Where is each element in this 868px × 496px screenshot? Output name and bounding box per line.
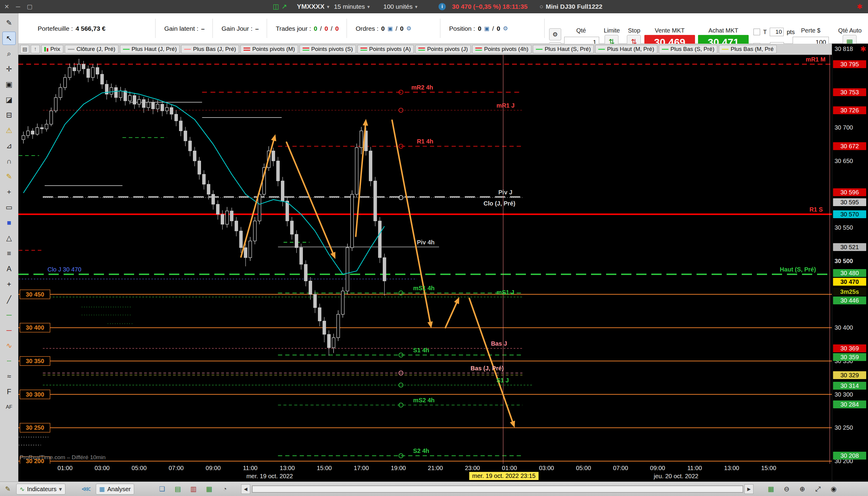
time-axis-label: 05:00 — [132, 465, 147, 471]
svg-text:30 350: 30 350 — [26, 358, 44, 364]
legend-item[interactable]: Plus Haut (S, Pré) — [533, 45, 594, 53]
annotation-arrows[interactable] — [241, 119, 515, 428]
svg-text:mS2 4h: mS2 4h — [413, 397, 435, 403]
trash-tool[interactable]: ⊟ — [2, 108, 16, 122]
alarm-tool[interactable]: ⚠ — [2, 124, 16, 137]
timeframe-selector[interactable]: 15 minutes ▾ — [334, 0, 370, 13]
arrow-left-icon: ◀ — [244, 486, 247, 492]
price-axis-label: 30 818 — [835, 45, 867, 53]
legend-item[interactable]: Points pivots (M) — [241, 45, 298, 53]
units-selector[interactable]: 100 unités ▾ — [383, 0, 417, 13]
price-axis-box: 30 314 — [833, 382, 866, 390]
arrow-up-icon[interactable]: ↑ — [31, 45, 40, 53]
plus-tool[interactable]: + — [2, 278, 16, 291]
duplicate-tool[interactable]: ▣ — [2, 78, 16, 91]
eraser-tool[interactable]: ◪ — [2, 93, 16, 106]
hline-red-tool[interactable]: ─ — [2, 324, 16, 337]
maximize-window-icon[interactable]: ▢ — [27, 3, 33, 10]
unrealized-gain-group: Gain latent : – — [164, 13, 205, 44]
close-window-icon[interactable]: ✕ — [4, 3, 9, 10]
levels-tool[interactable]: ≡ — [2, 247, 16, 260]
order-settings-button[interactable]: ⚙ — [549, 28, 561, 41]
target-checkbox[interactable] — [754, 29, 760, 35]
move-tool[interactable]: ✛ — [2, 62, 16, 76]
zoom-in-icon[interactable]: ⊕ — [797, 484, 808, 495]
fib-tool[interactable]: F — [2, 385, 16, 398]
legend-item[interactable]: Plus Haut (M, Pré) — [595, 45, 657, 53]
orders-panel-icon[interactable]: ▣ — [388, 25, 393, 32]
chat-icon[interactable]: ❏ — [157, 484, 168, 495]
zigzag-tool[interactable]: ∿ — [2, 339, 16, 352]
crosshair-tool[interactable]: + — [2, 185, 16, 199]
columns-icon[interactable]: ▥ — [188, 484, 199, 495]
svg-text:mR1 M: mR1 M — [806, 56, 825, 63]
price-axis-box: 30 570 — [833, 210, 866, 218]
square-tool[interactable]: ■ — [2, 216, 16, 229]
legend-item[interactable]: Points pivots (4h) — [472, 45, 531, 53]
prorealtime-logo-icon[interactable]: ✱ — [857, 3, 863, 11]
price-axis-label: 30 550 — [835, 223, 867, 231]
rectangle-tool[interactable]: ▭ — [2, 201, 16, 214]
dotted-line-tool[interactable]: ┄ — [2, 354, 16, 368]
svg-text:mR2 4h: mR2 4h — [412, 84, 433, 91]
legend-item[interactable]: Clôture (J, Pré) — [65, 45, 119, 53]
pencil-tool[interactable]: ✎ — [2, 16, 16, 30]
svg-text:ProRealTime.com – Différé 10mi: ProRealTime.com – Différé 10min — [20, 454, 106, 461]
panels-icon[interactable]: ▤ — [20, 45, 29, 53]
scroll-left-button[interactable]: ◀ — [241, 484, 250, 494]
scrollbar-thumb[interactable] — [252, 486, 743, 492]
info-icon[interactable]: i — [438, 3, 446, 10]
slash: / — [320, 25, 322, 32]
price-axis[interactable]: ✱ 30 81830 70030 65030 55030 50030 40030… — [832, 44, 868, 482]
cursor-tool[interactable]: ↖ — [2, 32, 16, 45]
chart-canvas[interactable]: mR1 MmR2 4hmR1 JR1 4hPiv JClo (J, Pré)R1… — [18, 55, 832, 464]
sessions-icon[interactable]: ▦ — [765, 484, 776, 495]
legend-item[interactable]: Prix — [41, 45, 63, 53]
autofib-tool[interactable]: AF — [2, 401, 16, 414]
chart-icon[interactable]: ▤ — [172, 484, 183, 495]
trendline-tool[interactable]: ╱ — [2, 293, 16, 306]
zoom-tool[interactable]: ⌕ — [2, 47, 16, 60]
fullscreen-icon[interactable]: ⤢ — [812, 484, 823, 495]
legend-item[interactable]: Plus Bas (M, Pré — [719, 45, 777, 53]
legend-item[interactable]: Plus Bas (S, Pré) — [659, 45, 718, 53]
chart-scrollbar[interactable] — [252, 485, 743, 493]
last-quote: 30 470 (−0,35 %) 18:11:35 — [452, 0, 527, 13]
chart-area[interactable]: mR1 MmR2 4hmR1 JR1 4hPiv JClo (J, Pré)R1… — [18, 55, 832, 464]
legend-item[interactable]: Points pivots (J) — [415, 45, 471, 53]
svg-text:mS1 J: mS1 J — [496, 289, 514, 296]
zoom-out-icon[interactable]: ⊖ — [781, 484, 792, 495]
legend-item[interactable]: Points pivots (S) — [299, 45, 356, 53]
indicateurs-button[interactable]: ∿ Indicateurs ▾ — [16, 484, 65, 495]
position-gear-icon[interactable]: ⚙ — [503, 25, 508, 32]
position-panel-icon[interactable]: ▣ — [484, 25, 490, 32]
line-color-icon — [68, 48, 75, 50]
price-axis-label: 30 500 — [835, 257, 867, 265]
legend-item-label: Points pivots (4h) — [484, 46, 528, 52]
orders-gear-icon[interactable]: ⚙ — [406, 25, 412, 32]
divider — [440, 19, 440, 38]
analyser-button[interactable]: ▦ Analyser — [96, 484, 134, 495]
wave-tool[interactable]: ≈ — [2, 370, 16, 383]
ruler-tool[interactable]: ⊿ — [2, 139, 16, 153]
time-axis[interactable]: 01:0003:0005:0007:0009:0011:0013:0015:00… — [18, 464, 832, 482]
magnet-tool[interactable]: ∩ — [2, 155, 16, 168]
scroll-right-button[interactable]: ▶ — [744, 484, 754, 494]
hline-green-tool[interactable]: ─ — [2, 308, 16, 322]
pen-tool[interactable]: ✎ — [2, 170, 16, 183]
text-tool[interactable]: A — [2, 262, 16, 275]
grid-icon[interactable]: ▦ — [204, 484, 215, 495]
symbol-selector[interactable]: YMXXXX ▾ — [297, 0, 329, 13]
share-icon[interactable]: ⋘ — [81, 484, 92, 495]
target-row: T 10 pts — [754, 28, 795, 36]
target-points-input[interactable]: 10 — [770, 28, 784, 36]
triangle-tool[interactable]: △ — [2, 231, 16, 245]
legend-item[interactable]: Points pivots (A) — [357, 45, 414, 53]
draw-style-icon[interactable]: ✎ — [2, 484, 13, 495]
clock-icon[interactable]: ◔ — [219, 484, 230, 495]
legend-item[interactable]: Plus Haut (J, Pré) — [120, 45, 180, 53]
minimize-window-icon[interactable]: ─ — [16, 3, 20, 10]
loss-label: Perte $ — [801, 27, 820, 35]
legend-item[interactable]: Plus Bas (J, Pré) — [181, 45, 239, 53]
snapshot-icon[interactable]: ◉ — [828, 484, 839, 495]
